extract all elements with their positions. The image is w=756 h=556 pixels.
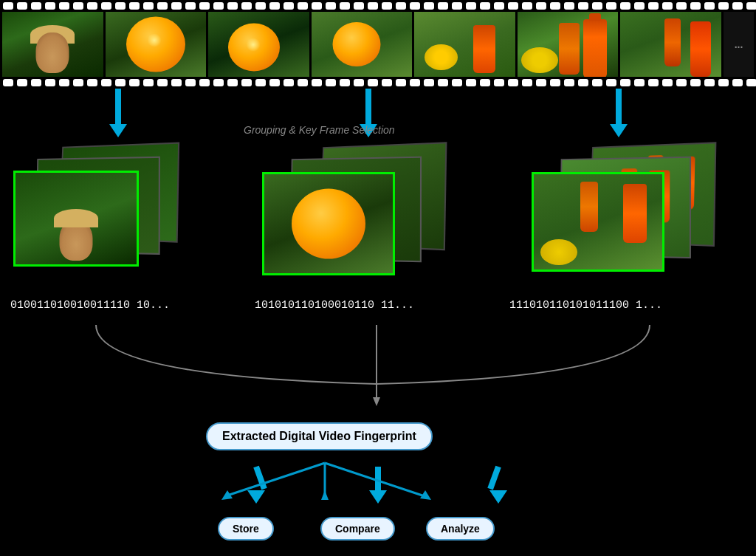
perf-hole: [157, 2, 168, 10]
perf-hole: [227, 79, 238, 86]
film-frame-orange1: [106, 12, 207, 77]
perf-hole: [732, 79, 743, 86]
perf-hole: [690, 79, 701, 86]
perf-hole: [312, 2, 322, 10]
perf-hole: [185, 79, 196, 86]
frame-group-orange: [262, 144, 454, 292]
perf-hole: [45, 79, 55, 86]
perf-hole: [255, 2, 266, 10]
perf-hole: [241, 79, 252, 86]
perf-hole: [354, 79, 364, 86]
perf-hole: [690, 2, 701, 10]
perf-hole: [396, 2, 406, 10]
store-button[interactable]: Store: [218, 517, 274, 540]
perf-hole: [606, 79, 616, 86]
perf-hole: [241, 2, 252, 10]
perf-hole: [564, 79, 574, 86]
film-strip: ...: [0, 0, 756, 89]
perf-hole: [536, 2, 546, 10]
perf-hole: [452, 2, 462, 10]
perf-hole: [213, 2, 224, 10]
perf-hole: [312, 79, 322, 86]
perf-hole: [199, 79, 210, 86]
frame-group-person: [13, 144, 190, 292]
perf-hole: [59, 2, 69, 10]
perf-hole: [115, 2, 126, 10]
perf-hole: [550, 79, 560, 86]
perf-hole: [424, 79, 434, 86]
perf-hole: [199, 2, 210, 10]
perf-hole: [143, 2, 154, 10]
frame-group-bottles: [532, 144, 724, 292]
film-frame-bottles: [518, 12, 619, 77]
perf-hole: [129, 2, 140, 10]
perf-hole: [718, 79, 729, 86]
perf-hole: [31, 2, 41, 10]
perf-hole: [382, 2, 392, 10]
perf-hole: [746, 2, 756, 10]
perf-hole: [634, 79, 645, 86]
film-frame-ellipsis: ...: [724, 12, 754, 77]
perf-hole: [620, 79, 630, 86]
perf-hole: [227, 2, 238, 10]
perf-hole: [87, 2, 97, 10]
perf-hole: [213, 79, 224, 86]
perf-hole: [284, 2, 294, 10]
perf-hole: [536, 79, 546, 86]
perf-hole: [578, 79, 588, 86]
perf-hole: [662, 2, 673, 10]
film-frame-juice: [414, 12, 515, 77]
film-frame-orange2: [208, 12, 309, 77]
film-frame-person: [2, 12, 103, 77]
right-down-arrow: [610, 89, 628, 137]
perf-hole: [494, 79, 504, 86]
perf-hole: [185, 2, 196, 10]
perf-hole: [255, 79, 266, 86]
perf-hole: [676, 2, 687, 10]
perf-hole: [368, 2, 378, 10]
perf-hole: [592, 79, 602, 86]
perf-hole: [340, 2, 350, 10]
perf-hole: [522, 79, 532, 86]
perf-hole: [676, 79, 687, 86]
arrow-group-svg: [148, 459, 608, 518]
grouping-label: Grouping & Key Frame Selection: [244, 124, 395, 136]
perf-hole: [396, 79, 406, 86]
perf-hole: [382, 79, 392, 86]
film-frame-end: [620, 12, 721, 77]
svg-line-1: [225, 463, 325, 496]
perf-hole: [143, 79, 154, 86]
perf-hole: [284, 79, 294, 86]
perf-hole: [704, 79, 715, 86]
binary-code-center: 101010110100010110 11...: [255, 299, 414, 312]
perf-hole: [480, 79, 490, 86]
perf-hole: [157, 79, 168, 86]
perf-hole: [648, 79, 659, 86]
perf-hole: [424, 2, 434, 10]
perf-hole: [17, 79, 27, 86]
perf-hole: [326, 79, 336, 86]
perf-hole: [115, 79, 126, 86]
left-down-arrow: [109, 89, 127, 137]
perf-hole: [522, 2, 532, 10]
perf-hole: [592, 2, 602, 10]
perf-hole: [466, 2, 476, 10]
perf-hole: [620, 2, 630, 10]
perf-hole: [354, 2, 364, 10]
svg-marker-4: [321, 490, 329, 500]
perf-hole: [452, 79, 462, 86]
perf-hole: [480, 2, 490, 10]
perf-hole: [269, 79, 280, 86]
perf-hole: [508, 79, 518, 86]
binary-code-left: 010011010010011110 10...: [10, 299, 170, 312]
perf-hole: [101, 79, 111, 86]
analyze-button[interactable]: Analyze: [426, 517, 495, 540]
perf-hole: [3, 2, 13, 10]
perf-hole: [648, 2, 659, 10]
perf-hole: [129, 79, 140, 86]
perf-hole: [508, 2, 518, 10]
compare-button[interactable]: Compare: [320, 517, 395, 540]
perf-hole: [368, 79, 378, 86]
brace-svg: [0, 318, 756, 413]
perf-hole: [171, 79, 182, 86]
